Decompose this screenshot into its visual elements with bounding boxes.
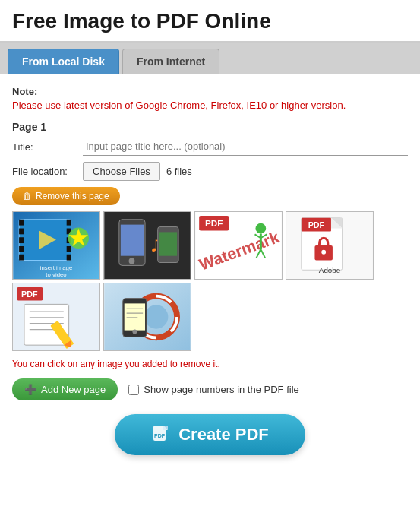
note-label: Note: [12, 86, 37, 97]
add-page-label: Add New page [41, 384, 106, 395]
remove-hint: You can click on any image you added to … [12, 359, 408, 369]
svg-text:PDF: PDF [154, 433, 166, 438]
image-thumb-5[interactable]: PDF [12, 283, 100, 351]
title-field-row: Title: [12, 138, 408, 156]
tab-from-internet[interactable]: From Internet [122, 49, 219, 74]
svg-text:insert image: insert image [40, 264, 73, 271]
show-pages-checkbox[interactable] [128, 385, 139, 395]
page-title: Free Image to PDF Online [12, 9, 408, 33]
svg-point-20 [129, 258, 135, 264]
svg-text:PDF: PDF [308, 220, 325, 230]
image-thumb-4[interactable]: PDF Adobe [286, 211, 374, 280]
show-pages-label: Show page numbers in the PDF file [144, 384, 299, 395]
svg-rect-6 [19, 255, 24, 261]
image-thumb-1[interactable]: insert image to video [12, 211, 100, 280]
svg-point-28 [255, 223, 266, 234]
svg-text:PDF: PDF [205, 218, 223, 228]
note-text: Please use latest version of Google Chro… [12, 100, 346, 111]
svg-rect-5 [19, 246, 24, 252]
svg-rect-11 [67, 255, 71, 261]
create-pdf-label: Create PDF [178, 425, 269, 445]
image-thumb-6[interactable] [103, 283, 191, 351]
svg-rect-19 [121, 225, 144, 256]
files-count: 6 files [166, 166, 192, 177]
svg-text:to video: to video [46, 271, 67, 278]
bottom-row: ➕ Add New page Show page numbers in the … [12, 378, 408, 400]
add-icon: ➕ [24, 384, 36, 395]
svg-rect-7 [67, 220, 71, 226]
choose-files-button[interactable]: Choose Files [83, 162, 160, 181]
tabs-bar: From Local Disk From Internet [0, 43, 420, 74]
main-content: Note: Please use latest version of Googl… [0, 74, 420, 473]
svg-rect-3 [19, 229, 24, 235]
file-location-label: File location: [12, 166, 77, 177]
pdf-icon: PDF [151, 425, 171, 445]
page-number-label: Page 1 [12, 121, 408, 133]
title-label: Title: [12, 141, 77, 153]
create-pdf-container: PDF Create PDF [12, 414, 408, 455]
title-input[interactable] [83, 138, 408, 156]
svg-rect-58 [125, 303, 145, 330]
svg-point-56 [144, 305, 168, 328]
svg-text:PDF: PDF [21, 290, 38, 299]
svg-rect-23 [159, 232, 177, 255]
svg-point-41 [321, 250, 326, 255]
svg-point-59 [132, 330, 137, 334]
tab-local-disk[interactable]: From Local Disk [8, 49, 119, 74]
svg-rect-4 [19, 237, 24, 243]
show-pages-row: Show page numbers in the PDF file [128, 384, 299, 395]
note-box: Note: Please use latest version of Googl… [12, 84, 408, 112]
image-thumb-2[interactable]: ♫ [103, 211, 191, 280]
remove-page-button[interactable]: 🗑 Remove this page [12, 187, 120, 205]
file-location-row: File location: Choose Files 6 files [12, 162, 408, 181]
create-pdf-button[interactable]: PDF Create PDF [115, 414, 305, 455]
svg-rect-2 [19, 220, 24, 226]
page-section: Page 1 Title: File location: Choose File… [12, 121, 408, 455]
svg-rect-10 [67, 246, 71, 252]
add-page-button[interactable]: ➕ Add New page [12, 378, 118, 400]
image-thumb-3[interactable]: PDF Watermark [194, 211, 283, 280]
trash-icon: 🗑 [23, 191, 32, 201]
images-grid: insert image to video ♫ [12, 211, 408, 351]
page-header: Free Image to PDF Online [0, 0, 420, 43]
svg-text:Adobe: Adobe [319, 266, 340, 274]
remove-page-label: Remove this page [36, 191, 109, 201]
